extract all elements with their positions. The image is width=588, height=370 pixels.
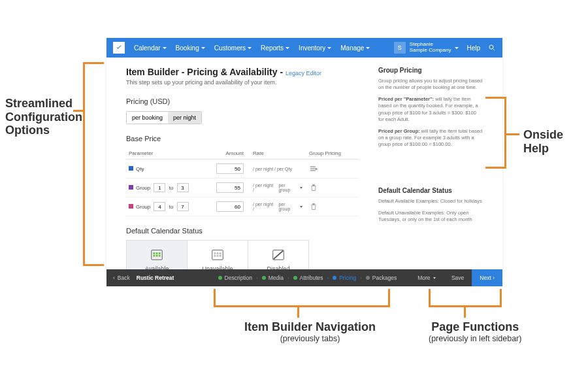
nav-customers[interactable]: Customers bbox=[214, 44, 252, 52]
bracket-icon bbox=[429, 289, 502, 307]
svg-rect-14 bbox=[217, 252, 219, 254]
svg-rect-6 bbox=[154, 252, 155, 254]
nav-calendar[interactable]: Calendar bbox=[134, 44, 167, 52]
callout-config: Streamlined Configuration Options bbox=[5, 97, 82, 137]
chevron-down-icon bbox=[163, 47, 167, 49]
svg-point-0 bbox=[489, 45, 493, 49]
svg-rect-10 bbox=[156, 255, 158, 257]
step-pricing[interactable]: Pricing bbox=[333, 275, 356, 281]
amount-input[interactable] bbox=[216, 163, 244, 174]
add-group-icon[interactable] bbox=[309, 164, 318, 173]
svg-rect-18 bbox=[220, 255, 221, 257]
chevron-down-icon bbox=[327, 47, 331, 49]
table-row: Qty / per night / per Qty bbox=[126, 160, 359, 178]
group-rate-select[interactable]: per group bbox=[278, 183, 297, 192]
status-dot-icon bbox=[333, 276, 336, 280]
status-dot-icon bbox=[262, 276, 266, 280]
chevron-down-icon bbox=[366, 47, 370, 49]
status-dot-icon bbox=[366, 276, 370, 280]
chevron-down-icon bbox=[248, 47, 252, 49]
chevron-down-icon bbox=[455, 47, 459, 49]
bracket-connector bbox=[464, 307, 466, 318]
status-dot-icon bbox=[218, 276, 222, 280]
group-rate-select[interactable]: per group bbox=[278, 202, 297, 211]
table-row: Group to / per night / per group bbox=[126, 178, 359, 197]
range-from-input[interactable] bbox=[154, 183, 165, 192]
item-name: Rustic Retreat bbox=[137, 275, 174, 281]
step-packages[interactable]: Packages bbox=[366, 275, 397, 281]
help-sidebar: Group Pricing Group pricing allows you t… bbox=[378, 67, 483, 278]
svg-rect-13 bbox=[214, 252, 216, 254]
svg-rect-16 bbox=[214, 255, 216, 257]
bracket-icon bbox=[214, 289, 390, 307]
chevron-right-icon: › bbox=[493, 275, 495, 281]
nav-booking[interactable]: Booking bbox=[176, 44, 205, 52]
bracket-connector bbox=[73, 110, 83, 112]
back-button[interactable]: ‹Back bbox=[106, 275, 137, 281]
pricing-mode-toggle: per booking per night bbox=[126, 111, 202, 124]
calendar-status-heading: Default Calendar Status bbox=[126, 227, 359, 235]
page-title: Item Builder - Pricing & Availability - … bbox=[126, 67, 359, 77]
status-dot-icon bbox=[293, 276, 297, 280]
save-button[interactable]: Save bbox=[444, 269, 472, 286]
svg-rect-15 bbox=[220, 252, 221, 254]
step-description[interactable]: Description bbox=[218, 275, 253, 281]
callout-help: Onside Help bbox=[523, 128, 588, 155]
bracket-icon bbox=[83, 62, 104, 266]
logo[interactable] bbox=[113, 42, 125, 54]
avatar: S bbox=[394, 42, 406, 54]
delete-row-icon[interactable] bbox=[309, 202, 318, 211]
search-icon[interactable] bbox=[488, 44, 496, 52]
swatch-icon bbox=[129, 166, 133, 171]
svg-rect-11 bbox=[159, 255, 161, 257]
chevron-left-icon: ‹ bbox=[113, 275, 115, 281]
svg-rect-17 bbox=[217, 255, 219, 257]
app-window: Calendar Booking Customers Reports Inven… bbox=[106, 38, 502, 278]
range-from-input[interactable] bbox=[154, 202, 165, 211]
range-to-input[interactable] bbox=[177, 202, 189, 211]
base-price-heading: Base Price bbox=[126, 135, 359, 143]
nav-items: Calendar Booking Customers Reports Inven… bbox=[134, 44, 370, 52]
step-media[interactable]: Media bbox=[262, 275, 284, 281]
delete-row-icon[interactable] bbox=[309, 183, 318, 192]
bracket-connector bbox=[506, 133, 519, 135]
svg-rect-2 bbox=[310, 167, 316, 167]
range-to-input[interactable] bbox=[177, 183, 189, 192]
svg-rect-4 bbox=[310, 170, 316, 171]
more-button[interactable]: More bbox=[410, 269, 444, 286]
top-nav: Calendar Booking Customers Reports Inven… bbox=[106, 38, 502, 58]
svg-line-1 bbox=[493, 49, 495, 51]
svg-rect-3 bbox=[310, 168, 316, 169]
swatch-icon bbox=[129, 204, 133, 209]
help-group-pricing-head: Group Pricing bbox=[378, 67, 483, 74]
calendar-available-icon bbox=[150, 247, 164, 261]
bottom-bar: ‹Back Rustic Retreat Description› Media›… bbox=[106, 269, 502, 286]
calendar-disabled-icon bbox=[271, 247, 286, 261]
chevron-down-icon bbox=[201, 47, 205, 49]
pricing-heading: Pricing (USD) bbox=[126, 97, 359, 105]
page-subtitle: This step sets up your pricing and avail… bbox=[126, 79, 359, 86]
checkmark-icon bbox=[115, 44, 123, 52]
callout-nav: Item Builder Navigation(previously tabs) bbox=[244, 320, 376, 343]
amount-input[interactable] bbox=[216, 201, 244, 212]
seg-per-night[interactable]: per night bbox=[168, 112, 201, 124]
nav-inventory[interactable]: Inventory bbox=[299, 44, 331, 52]
amount-input[interactable] bbox=[216, 182, 244, 193]
seg-per-booking[interactable]: per booking bbox=[127, 112, 168, 124]
help-link[interactable]: Help bbox=[466, 44, 480, 52]
user-menu[interactable]: S StephanieSample Company bbox=[394, 42, 459, 54]
step-nav: Description› Media› Attributes› Pricing›… bbox=[218, 275, 397, 281]
nav-manage[interactable]: Manage bbox=[340, 44, 370, 52]
nav-reports[interactable]: Reports bbox=[261, 44, 289, 52]
callout-func: Page Functions(previously in left sideba… bbox=[429, 320, 521, 343]
step-attributes[interactable]: Attributes bbox=[293, 275, 323, 281]
bracket-connector bbox=[297, 307, 299, 318]
table-row: Group to / per night / per group bbox=[126, 197, 359, 216]
help-calendar-head: Default Calendar Status bbox=[378, 187, 483, 194]
calendar-unavailable-icon bbox=[210, 247, 225, 261]
next-button[interactable]: Next › bbox=[472, 269, 502, 286]
table-header: Parameter Amount Rate Group Pricing bbox=[126, 148, 359, 160]
legacy-editor-link[interactable]: Legacy Editor bbox=[286, 70, 321, 76]
chevron-down-icon bbox=[433, 277, 436, 279]
svg-rect-8 bbox=[159, 252, 161, 254]
